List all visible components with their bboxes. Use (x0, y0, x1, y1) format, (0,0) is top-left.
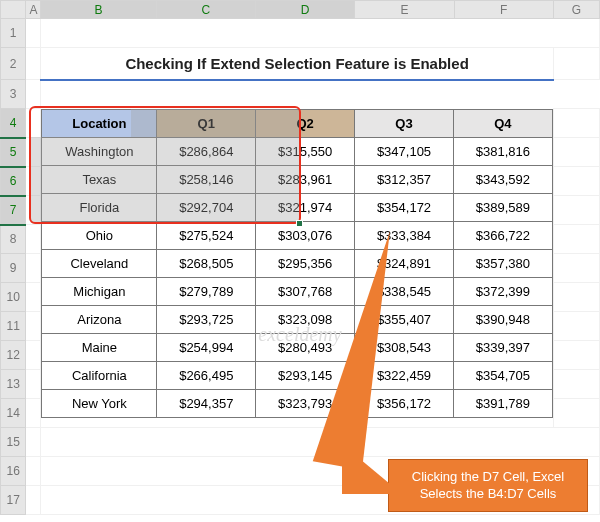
col-D[interactable]: D (256, 1, 355, 19)
row-9[interactable]: 9 (1, 254, 26, 283)
cell[interactable]: $275,524 (157, 221, 256, 249)
cell[interactable]: Cleveland (42, 249, 157, 277)
cell[interactable]: $254,994 (157, 333, 256, 361)
cell[interactable]: Ohio (42, 221, 157, 249)
col-E[interactable]: E (355, 1, 454, 19)
cell[interactable] (26, 138, 41, 167)
row-8[interactable]: 8 (1, 225, 26, 254)
cell[interactable] (553, 283, 599, 312)
cell[interactable]: $389,589 (453, 193, 552, 221)
cell[interactable] (553, 196, 599, 225)
cell[interactable] (26, 48, 41, 80)
cell[interactable] (41, 80, 600, 109)
cell[interactable] (553, 167, 599, 196)
cell[interactable]: $258,146 (157, 165, 256, 193)
cell[interactable]: Arizona (42, 305, 157, 333)
cell[interactable] (26, 399, 41, 428)
cell[interactable] (553, 341, 599, 370)
cell[interactable]: $283,961 (256, 165, 355, 193)
cell[interactable]: $268,505 (157, 249, 256, 277)
cell[interactable] (26, 225, 41, 254)
row-16[interactable]: 16 (1, 457, 26, 486)
cell[interactable] (26, 283, 41, 312)
cell[interactable] (26, 457, 41, 486)
cell[interactable]: $321,974 (256, 193, 355, 221)
header-location[interactable]: Location (42, 109, 157, 137)
select-all-corner[interactable] (1, 1, 26, 19)
row-12[interactable]: 12 (1, 341, 26, 370)
title-cell[interactable]: Checking If Extend Selection Feature is … (41, 48, 553, 80)
row-2[interactable]: 2 (1, 48, 26, 80)
row-1[interactable]: 1 (1, 19, 26, 48)
row-14[interactable]: 14 (1, 399, 26, 428)
cell[interactable]: New York (42, 389, 157, 417)
row-13[interactable]: 13 (1, 370, 26, 399)
row-4[interactable]: 4 (1, 109, 26, 138)
cell[interactable] (553, 138, 599, 167)
cell[interactable] (26, 312, 41, 341)
col-A[interactable]: A (26, 1, 41, 19)
cell[interactable] (553, 48, 599, 80)
row-15[interactable]: 15 (1, 428, 26, 457)
cell[interactable]: Texas (42, 165, 157, 193)
cell[interactable] (26, 428, 41, 457)
cell[interactable]: $286,864 (157, 137, 256, 165)
cell[interactable] (26, 341, 41, 370)
cell[interactable] (26, 486, 41, 515)
fill-handle[interactable] (296, 220, 303, 227)
cell[interactable]: $293,725 (157, 305, 256, 333)
cell[interactable] (553, 399, 599, 428)
cell[interactable]: $347,105 (355, 137, 454, 165)
header-q3[interactable]: Q3 (355, 109, 454, 137)
cell[interactable] (26, 19, 41, 48)
cell[interactable]: $372,399 (453, 277, 552, 305)
row-6[interactable]: 6 (1, 167, 26, 196)
col-B[interactable]: B (41, 1, 156, 19)
cell[interactable] (41, 19, 600, 48)
row-10[interactable]: 10 (1, 283, 26, 312)
row-3[interactable]: 3 (1, 80, 26, 109)
cell[interactable]: $279,789 (157, 277, 256, 305)
cell[interactable] (553, 225, 599, 254)
cell[interactable]: $307,768 (256, 277, 355, 305)
cell[interactable]: Florida (42, 193, 157, 221)
cell[interactable]: $354,172 (355, 193, 454, 221)
cell[interactable]: $343,592 (453, 165, 552, 193)
cell[interactable]: $357,380 (453, 249, 552, 277)
cell[interactable]: $315,550 (256, 137, 355, 165)
cell[interactable]: Washington (42, 137, 157, 165)
cell[interactable]: $266,495 (157, 361, 256, 389)
cell[interactable] (553, 109, 599, 138)
cell[interactable] (26, 196, 41, 225)
cell[interactable] (26, 80, 41, 109)
cell[interactable] (26, 254, 41, 283)
cell[interactable]: $294,357 (157, 389, 256, 417)
cell[interactable] (553, 312, 599, 341)
row-5[interactable]: 5 (1, 138, 26, 167)
cell[interactable] (26, 167, 41, 196)
col-C[interactable]: C (156, 1, 255, 19)
col-G[interactable]: G (553, 1, 599, 19)
cell[interactable]: $391,789 (453, 389, 552, 417)
cell[interactable]: $366,722 (453, 221, 552, 249)
cell[interactable] (553, 254, 599, 283)
cell[interactable]: $312,357 (355, 165, 454, 193)
spreadsheet-grid[interactable]: A B C D E F G 1 2 Checking If Extend Sel… (0, 0, 600, 515)
col-F[interactable]: F (454, 1, 553, 19)
cell[interactable]: $390,948 (453, 305, 552, 333)
cell[interactable]: $295,356 (256, 249, 355, 277)
cell[interactable] (26, 109, 41, 138)
cell[interactable]: Maine (42, 333, 157, 361)
header-q4[interactable]: Q4 (453, 109, 552, 137)
cell[interactable]: $339,397 (453, 333, 552, 361)
row-17[interactable]: 17 (1, 486, 26, 515)
row-11[interactable]: 11 (1, 312, 26, 341)
cell[interactable] (26, 370, 41, 399)
cell[interactable] (553, 370, 599, 399)
header-q2[interactable]: Q2 (256, 109, 355, 137)
cell[interactable]: California (42, 361, 157, 389)
cell[interactable]: $303,076 (256, 221, 355, 249)
cell[interactable]: $354,705 (453, 361, 552, 389)
cell[interactable]: Michigan (42, 277, 157, 305)
cell[interactable]: $381,816 (453, 137, 552, 165)
